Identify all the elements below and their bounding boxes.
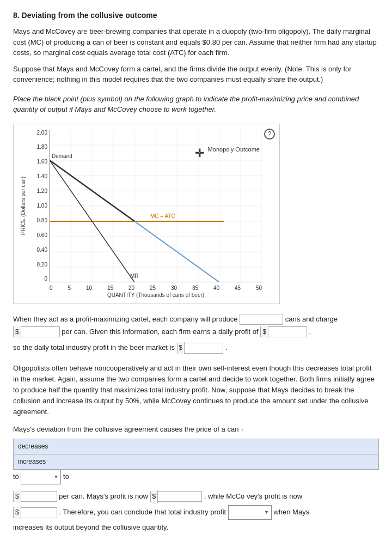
x-tick: 10 (86, 285, 92, 291)
cartel-text: When they act as a profit-maximizing car… (13, 313, 379, 338)
graph-instruction: Place the black point (plus symbol) on t… (13, 94, 379, 115)
y-tick: 1.00 (33, 203, 47, 209)
y-tick: 0.20 (33, 262, 47, 268)
x-tick: 20 (128, 285, 134, 291)
graph-container: ? PRICE (Dollars per can) 2.00 1.80 1.60… (13, 124, 280, 304)
demand-label: Demand (52, 153, 72, 159)
dollar-sign-5: $ (151, 490, 158, 503)
cartel-text-2: so the daily total industry profit in th… (13, 341, 379, 354)
x-tick: 25 (150, 285, 156, 291)
deviation-text-4: vey's profit is now (247, 492, 302, 500)
deviation-text-to: to (13, 472, 19, 481)
y-tick: 0.40 (33, 247, 47, 253)
dropdown-option-decreases[interactable]: decreases (14, 439, 378, 454)
profit-input[interactable] (268, 326, 307, 338)
intro-paragraph-1: Mays and McCovey are beer-brewing compan… (13, 26, 379, 58)
y-tick: 0.60 (33, 232, 47, 238)
x-axis-label: QUANTITY (Thousands of cans of beer) (50, 292, 262, 298)
monopoly-plus-symbol[interactable]: ✛ (195, 147, 204, 159)
intro-paragraph-2: Suppose that Mays and McCovey form a car… (13, 64, 379, 85)
price-dropdown[interactable]: ▼ (21, 470, 61, 484)
y-tick: 1.60 (33, 159, 47, 165)
y-tick: 1.80 (33, 144, 47, 150)
deviation-text-1: Mays's deviation from the collusive agre… (13, 425, 238, 433)
x-tick: 5 (68, 285, 71, 291)
y-tick: 0 (33, 276, 47, 282)
x-tick: 40 (213, 285, 219, 291)
mccovey-profit-input[interactable] (21, 506, 57, 519)
y-axis-label: PRICE (Dollars per can) (20, 177, 26, 235)
x-tick: 45 (235, 285, 241, 291)
industry-profit-dropdown[interactable]: ▼ (228, 505, 272, 520)
industry-profit-input[interactable] (185, 342, 223, 354)
deviation-text-2: to (63, 472, 69, 481)
y-tick: 1.20 (33, 188, 47, 194)
chart-svg[interactable]: ✛ MR MC = ATC Demand (50, 130, 262, 282)
dropdown-option-increases[interactable]: increases (14, 454, 378, 469)
deviation-section: Mays's deviation from the collusive agre… (13, 423, 379, 532)
y-tick: 2.00 (33, 130, 47, 136)
x-tick: 35 (192, 285, 198, 291)
price-input[interactable] (21, 326, 59, 338)
mays-profit-input[interactable] (158, 490, 201, 503)
dollar-sign-1: $ (14, 326, 21, 338)
dollar-sign-2: $ (261, 326, 268, 338)
x-tick: 30 (171, 285, 177, 291)
mc-atc-label: MC = ATC (150, 213, 175, 219)
y-tick: 0.80 (33, 217, 47, 223)
dollar-sign-4: $ (14, 490, 21, 503)
oligopoly-paragraph: Oligopolists often behave noncooperative… (13, 363, 379, 418)
deviation-text-3: per can. Mays's profit is now (59, 492, 148, 500)
dollar-sign-3: $ (177, 342, 185, 354)
x-tick: 15 (107, 285, 113, 291)
deviation-price-input[interactable] (21, 490, 57, 503)
y-tick: 1.40 (33, 173, 47, 179)
monopoly-outcome-label: Monopoly Outcome (208, 146, 260, 153)
question-title: 8. Deviating from the collusive outcome (13, 11, 379, 20)
deviation-text-5: increases its output beyond the collusiv… (13, 522, 379, 533)
cans-input[interactable] (240, 314, 283, 325)
x-tick: 0 (50, 285, 53, 291)
x-tick: 50 (256, 285, 262, 291)
dollar-sign-6: $ (14, 506, 21, 519)
mr-label: MR (130, 273, 139, 279)
